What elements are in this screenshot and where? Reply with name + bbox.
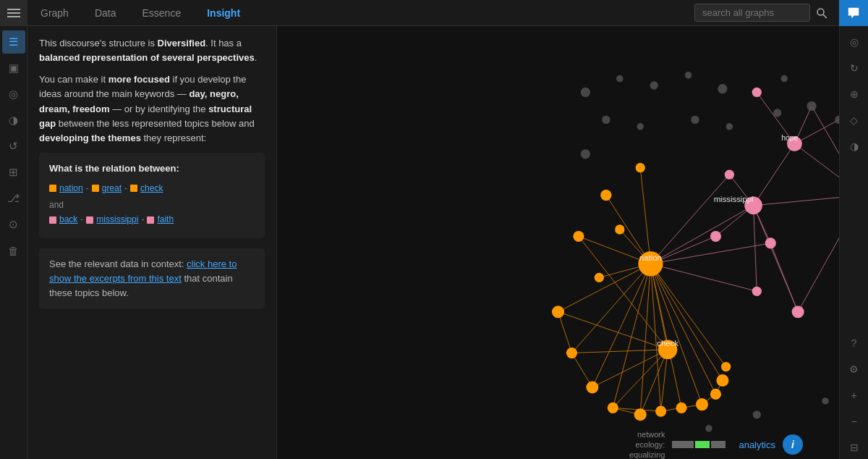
svg-point-123 xyxy=(696,398,708,410)
svg-point-122 xyxy=(676,403,686,413)
svg-point-78 xyxy=(773,109,781,117)
bar-segment-2 xyxy=(695,441,710,448)
svg-point-71 xyxy=(718,84,727,93)
bar-segment-1 xyxy=(672,441,694,448)
search-input[interactable] xyxy=(694,4,810,22)
main-content: ☰ ▣ ◎ ◑ ↺ ⊞ ⎇ ⊙ 🗑 This discourse's struc… xyxy=(0,26,868,459)
sidebar-menu-icon[interactable]: ☰ xyxy=(2,30,25,54)
svg-point-141 xyxy=(710,231,721,242)
right-book-icon[interactable]: ⊟ xyxy=(843,436,866,459)
group1-row: nation - great - check xyxy=(49,182,255,195)
right-refresh-icon[interactable]: ↻ xyxy=(843,56,866,80)
right-eye-icon[interactable]: ◎ xyxy=(843,30,866,54)
svg-point-116 xyxy=(552,306,564,318)
great-link[interactable]: great xyxy=(102,182,122,195)
svg-point-70 xyxy=(685,72,692,78)
svg-point-126 xyxy=(721,362,731,371)
svg-text:check: check xyxy=(657,339,678,348)
top-nav: Graph Data Essence Insight xyxy=(0,0,868,26)
svg-point-143 xyxy=(765,237,776,248)
tab-graph[interactable]: Graph xyxy=(27,0,82,26)
status-bar: networkecology:equalizing analytics i xyxy=(277,430,810,459)
svg-text:mississippi: mississippi xyxy=(714,195,754,203)
svg-point-118 xyxy=(586,381,598,393)
right-settings-icon[interactable]: ⚙ xyxy=(843,358,866,381)
ecology-bar xyxy=(672,441,726,448)
svg-point-73 xyxy=(780,75,787,82)
tag-check[interactable]: check xyxy=(130,182,163,195)
svg-point-74 xyxy=(602,116,610,124)
nation-link[interactable]: nation xyxy=(59,182,83,195)
back-link[interactable]: back xyxy=(59,213,77,227)
right-plus-icon[interactable]: + xyxy=(843,384,866,407)
analytics-label[interactable]: analytics xyxy=(739,439,775,450)
sidebar-grid-icon[interactable]: ⊞ xyxy=(2,161,25,184)
tag-faith[interactable]: faith xyxy=(147,213,174,227)
svg-point-124 xyxy=(710,389,721,400)
sidebar-delete-icon[interactable]: 🗑 xyxy=(2,239,25,262)
right-minus-icon[interactable]: − xyxy=(843,410,866,433)
mississippi-link[interactable]: mississippi xyxy=(96,213,138,227)
svg-point-142 xyxy=(725,170,734,180)
chat-button[interactable] xyxy=(839,0,868,26)
faith-link[interactable]: faith xyxy=(157,213,174,227)
nav-tabs: Graph Data Essence Insight xyxy=(27,0,694,26)
svg-point-76 xyxy=(691,116,699,124)
right-target-icon[interactable]: ⊕ xyxy=(843,83,866,106)
tab-data[interactable]: Data xyxy=(82,0,129,26)
svg-point-77 xyxy=(726,123,733,130)
hamburger-button[interactable] xyxy=(0,0,27,26)
left-sidebar: ☰ ▣ ◎ ◑ ↺ ⊞ ⎇ ⊙ 🗑 xyxy=(0,26,27,459)
check-link[interactable]: check xyxy=(140,182,163,195)
svg-point-120 xyxy=(634,408,647,421)
nation-dot xyxy=(49,185,56,192)
svg-point-68 xyxy=(616,75,623,82)
svg-point-81 xyxy=(581,149,590,159)
group2-row: back - mississippi - faith xyxy=(49,213,255,227)
svg-point-129 xyxy=(600,190,611,201)
svg-point-69 xyxy=(650,81,658,89)
and-text: and xyxy=(49,198,255,212)
bar-segment-3 xyxy=(711,441,726,448)
tag-back[interactable]: back xyxy=(49,213,77,227)
great-dot xyxy=(92,185,99,192)
right-help-icon[interactable]: ? xyxy=(843,332,866,355)
info-button[interactable]: i xyxy=(783,434,803,455)
tab-essence[interactable]: Essence xyxy=(129,0,195,26)
tag-mississippi[interactable]: mississippi xyxy=(86,213,138,227)
sidebar-user-icon[interactable]: ⊙ xyxy=(2,213,25,236)
svg-point-111 xyxy=(822,397,828,404)
excerpt-prefix: See the relevant data in context: xyxy=(49,258,187,269)
search-button[interactable] xyxy=(810,1,833,25)
sidebar-share-icon[interactable]: ⎇ xyxy=(2,187,25,210)
sidebar-view-icon[interactable]: ▣ xyxy=(2,56,25,80)
svg-point-130 xyxy=(636,163,645,172)
insight-description-2: You can make it more focused if you deve… xyxy=(39,72,265,146)
check-dot xyxy=(130,185,137,192)
tag-nation[interactable]: nation xyxy=(49,182,83,195)
sidebar-eye-icon[interactable]: ◎ xyxy=(2,83,25,106)
graph-canvas: nation check mississippi back hope faith… xyxy=(277,26,839,459)
sidebar-history-icon[interactable]: ↺ xyxy=(2,135,25,158)
right-contrast-icon[interactable]: ◑ xyxy=(843,135,866,158)
network-ecology-label: networkecology:equalizing xyxy=(629,429,665,459)
graph-area[interactable]: nation check mississippi back hope faith… xyxy=(277,26,839,459)
svg-text:hope: hope xyxy=(781,134,798,142)
svg-point-128 xyxy=(595,273,604,282)
hamburger-icon xyxy=(7,7,20,20)
sidebar-circle-icon[interactable]: ◑ xyxy=(2,109,25,132)
relation-block: What is the relation between: nation - g… xyxy=(39,153,265,238)
insight-panel: This discourse's structure is Diversifie… xyxy=(27,26,277,459)
insight-description-1: This discourse's structure is Diversifie… xyxy=(39,36,265,65)
relation-title: What is the relation between: xyxy=(49,161,255,176)
search-area xyxy=(694,1,833,25)
svg-point-112 xyxy=(753,410,761,418)
tab-insight[interactable]: Insight xyxy=(194,0,253,26)
excerpt-block: See the relevant data in context: click … xyxy=(39,248,265,309)
svg-point-144 xyxy=(752,287,762,296)
right-diamond-icon[interactable]: ◇ xyxy=(843,109,866,132)
right-sidebar: ◎ ↻ ⊕ ◇ ◑ ? ⚙ + − ⊟ xyxy=(839,26,868,459)
svg-text:nation: nation xyxy=(639,253,662,262)
svg-point-121 xyxy=(655,406,666,417)
tag-great[interactable]: great xyxy=(92,182,122,195)
